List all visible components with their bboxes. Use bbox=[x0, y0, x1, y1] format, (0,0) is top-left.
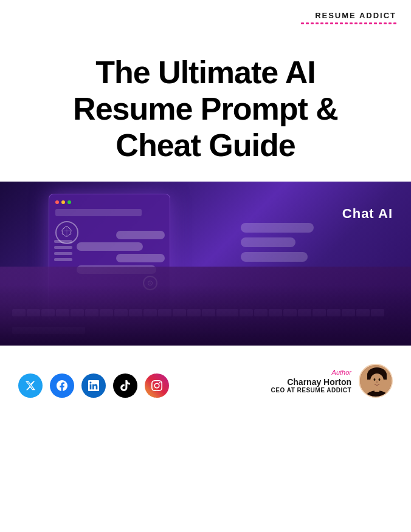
green-dot bbox=[67, 200, 71, 204]
chat-bubble bbox=[116, 254, 165, 262]
title-line2: Resume Prompt & bbox=[73, 91, 338, 126]
dot bbox=[379, 22, 382, 24]
dot bbox=[364, 22, 367, 24]
svg-point-8 bbox=[376, 381, 378, 383]
brand-name: RESUME ADDICT bbox=[315, 11, 396, 20]
sidebar-line bbox=[54, 246, 72, 249]
dot bbox=[330, 22, 333, 24]
float-bubble bbox=[241, 237, 295, 247]
dot bbox=[359, 22, 362, 24]
dot bbox=[393, 22, 396, 24]
float-bubble bbox=[241, 223, 314, 233]
dot bbox=[306, 22, 309, 24]
dot bbox=[335, 22, 338, 24]
twitter-icon[interactable] bbox=[18, 373, 43, 398]
chat-ai-label: Chat AI bbox=[342, 206, 393, 222]
svg-point-7 bbox=[379, 378, 381, 381]
dot bbox=[369, 22, 372, 24]
tiktok-icon[interactable] bbox=[113, 373, 137, 398]
author-name: Charnay Horton bbox=[271, 377, 351, 387]
footer: Author Charnay Horton CEO AT RESUME ADDI… bbox=[0, 346, 411, 410]
keyboard-bg bbox=[0, 285, 411, 346]
float-bubble bbox=[241, 252, 308, 262]
hero-image: ⊙ Chat AI bbox=[0, 182, 411, 346]
dot bbox=[374, 22, 377, 24]
svg-point-6 bbox=[374, 378, 376, 381]
sidebar-line bbox=[54, 252, 72, 255]
screen-search-bar bbox=[55, 209, 142, 216]
screen-top-dots bbox=[55, 200, 164, 204]
header: RESUME ADDICT bbox=[0, 0, 411, 30]
dot bbox=[389, 22, 392, 24]
dot bbox=[316, 22, 319, 24]
dot bbox=[354, 22, 357, 24]
author-title: CEO AT RESUME ADDICT bbox=[271, 387, 351, 394]
dot bbox=[340, 22, 343, 24]
dot bbox=[325, 22, 328, 24]
dot bbox=[320, 22, 323, 24]
author-section: Author Charnay Horton CEO AT RESUME ADDI… bbox=[271, 364, 393, 398]
linkedin-icon[interactable] bbox=[81, 373, 106, 398]
dot bbox=[345, 22, 348, 24]
title-section: The Ultimate AI Resume Prompt & Cheat Gu… bbox=[0, 30, 411, 182]
main-title: The Ultimate AI Resume Prompt & Cheat Gu… bbox=[36, 55, 375, 163]
title-line1: The Ultimate AI bbox=[95, 55, 316, 90]
screen-sidebar bbox=[54, 237, 72, 264]
red-dot bbox=[55, 200, 59, 204]
svg-point-5 bbox=[370, 373, 384, 388]
title-line3: Cheat Guide bbox=[116, 128, 295, 163]
sidebar-line bbox=[54, 258, 72, 261]
floating-bubbles bbox=[241, 218, 314, 267]
facebook-icon[interactable] bbox=[50, 373, 74, 398]
author-label: Author bbox=[271, 369, 351, 376]
chat-bubble bbox=[77, 242, 143, 251]
dot bbox=[311, 22, 314, 24]
yellow-dot bbox=[61, 200, 65, 204]
instagram-icon[interactable] bbox=[145, 373, 169, 398]
author-info: Author Charnay Horton CEO AT RESUME ADDI… bbox=[271, 369, 351, 394]
brand-container: RESUME ADDICT bbox=[301, 11, 396, 24]
svg-rect-10 bbox=[375, 387, 379, 392]
sidebar-line bbox=[54, 240, 72, 243]
chat-bubble bbox=[116, 231, 165, 239]
author-avatar bbox=[359, 364, 393, 398]
brand-dots bbox=[301, 22, 396, 24]
social-icons bbox=[18, 373, 169, 398]
dot bbox=[301, 22, 304, 24]
dot bbox=[384, 22, 387, 24]
dot bbox=[350, 22, 353, 24]
